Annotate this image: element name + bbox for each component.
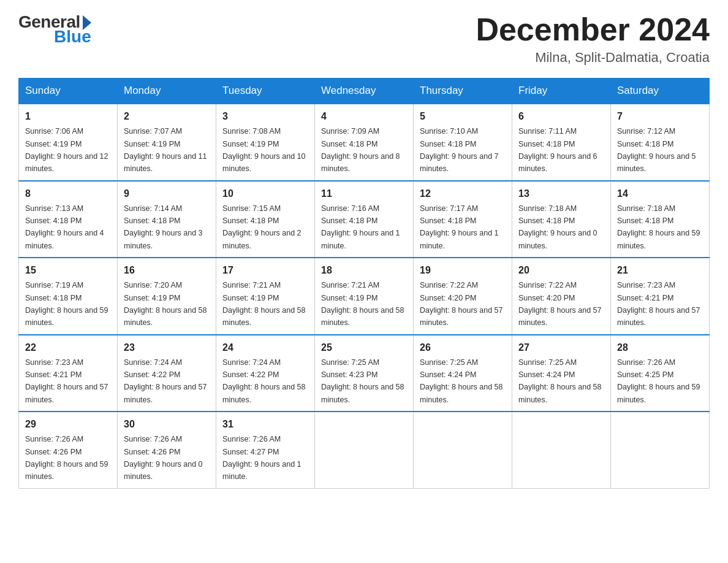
day-info: Sunrise: 7:19 AMSunset: 4:18 PMDaylight:… — [25, 281, 108, 327]
calendar-cell: 2 Sunrise: 7:07 AMSunset: 4:19 PMDayligh… — [118, 104, 216, 181]
day-number: 7 — [617, 109, 703, 124]
day-number: 26 — [420, 340, 506, 355]
month-title: December 2024 — [476, 12, 710, 47]
calendar-table: SundayMondayTuesdayWednesdayThursdayFrid… — [18, 78, 710, 489]
calendar-cell: 12 Sunrise: 7:17 AMSunset: 4:18 PMDaylig… — [414, 181, 512, 258]
calendar-cell: 27 Sunrise: 7:25 AMSunset: 4:24 PMDaylig… — [512, 335, 611, 412]
calendar-cell: 20 Sunrise: 7:22 AMSunset: 4:20 PMDaylig… — [512, 258, 611, 335]
day-number: 22 — [25, 340, 111, 355]
calendar-cell: 22 Sunrise: 7:23 AMSunset: 4:21 PMDaylig… — [19, 335, 118, 412]
calendar-cell: 16 Sunrise: 7:20 AMSunset: 4:19 PMDaylig… — [118, 258, 216, 335]
day-info: Sunrise: 7:23 AMSunset: 4:21 PMDaylight:… — [25, 358, 108, 404]
day-info: Sunrise: 7:14 AMSunset: 4:18 PMDaylight:… — [124, 204, 203, 250]
calendar-week-row: 22 Sunrise: 7:23 AMSunset: 4:21 PMDaylig… — [19, 335, 710, 412]
day-number: 12 — [420, 186, 506, 201]
day-info: Sunrise: 7:15 AMSunset: 4:18 PMDaylight:… — [222, 204, 301, 250]
day-info: Sunrise: 7:18 AMSunset: 4:18 PMDaylight:… — [518, 204, 597, 250]
day-info: Sunrise: 7:26 AMSunset: 4:27 PMDaylight:… — [222, 435, 301, 481]
day-number: 10 — [222, 186, 308, 201]
day-number: 21 — [617, 263, 703, 278]
day-info: Sunrise: 7:26 AMSunset: 4:26 PMDaylight:… — [124, 435, 203, 481]
day-number: 4 — [321, 109, 407, 124]
day-info: Sunrise: 7:20 AMSunset: 4:19 PMDaylight:… — [124, 281, 207, 327]
weekday-header-sunday: Sunday — [19, 79, 118, 104]
calendar-cell: 29 Sunrise: 7:26 AMSunset: 4:26 PMDaylig… — [19, 412, 118, 488]
day-info: Sunrise: 7:23 AMSunset: 4:21 PMDaylight:… — [617, 281, 700, 327]
calendar-cell: 7 Sunrise: 7:12 AMSunset: 4:18 PMDayligh… — [611, 104, 710, 181]
logo: General Blue — [18, 12, 91, 47]
day-info: Sunrise: 7:21 AMSunset: 4:19 PMDaylight:… — [222, 281, 306, 327]
day-number: 20 — [518, 263, 604, 278]
day-info: Sunrise: 7:12 AMSunset: 4:18 PMDaylight:… — [617, 127, 696, 173]
day-info: Sunrise: 7:10 AMSunset: 4:18 PMDaylight:… — [420, 127, 499, 173]
day-info: Sunrise: 7:17 AMSunset: 4:18 PMDaylight:… — [420, 204, 499, 250]
title-area: December 2024 Milna, Split-Dalmatia, Cro… — [476, 12, 710, 66]
day-number: 6 — [518, 109, 604, 124]
day-info: Sunrise: 7:08 AMSunset: 4:19 PMDaylight:… — [222, 127, 306, 173]
calendar-cell: 15 Sunrise: 7:19 AMSunset: 4:18 PMDaylig… — [19, 258, 118, 335]
day-number: 1 — [25, 109, 111, 124]
calendar-week-row: 29 Sunrise: 7:26 AMSunset: 4:26 PMDaylig… — [19, 412, 710, 488]
calendar-cell: 23 Sunrise: 7:24 AMSunset: 4:22 PMDaylig… — [118, 335, 216, 412]
calendar-cell: 19 Sunrise: 7:22 AMSunset: 4:20 PMDaylig… — [414, 258, 512, 335]
calendar-week-row: 15 Sunrise: 7:19 AMSunset: 4:18 PMDaylig… — [19, 258, 710, 335]
calendar-cell: 28 Sunrise: 7:26 AMSunset: 4:25 PMDaylig… — [611, 335, 710, 412]
calendar-cell — [512, 412, 611, 488]
calendar-cell: 30 Sunrise: 7:26 AMSunset: 4:26 PMDaylig… — [118, 412, 216, 488]
day-number: 18 — [321, 263, 407, 278]
day-info: Sunrise: 7:24 AMSunset: 4:22 PMDaylight:… — [124, 358, 207, 404]
day-info: Sunrise: 7:09 AMSunset: 4:18 PMDaylight:… — [321, 127, 400, 173]
weekday-header-saturday: Saturday — [611, 79, 710, 104]
day-number: 27 — [518, 340, 604, 355]
calendar-cell: 18 Sunrise: 7:21 AMSunset: 4:19 PMDaylig… — [315, 258, 414, 335]
day-number: 5 — [420, 109, 506, 124]
calendar-cell — [414, 412, 512, 488]
location-text: Milna, Split-Dalmatia, Croatia — [476, 50, 710, 66]
day-info: Sunrise: 7:11 AMSunset: 4:18 PMDaylight:… — [518, 127, 597, 173]
day-number: 9 — [124, 186, 210, 201]
day-number: 8 — [25, 186, 111, 201]
day-number: 15 — [25, 263, 111, 278]
calendar-cell: 4 Sunrise: 7:09 AMSunset: 4:18 PMDayligh… — [315, 104, 414, 181]
weekday-header-tuesday: Tuesday — [216, 79, 315, 104]
day-number: 14 — [617, 186, 703, 201]
day-number: 31 — [222, 417, 308, 432]
day-number: 17 — [222, 263, 308, 278]
calendar-cell: 26 Sunrise: 7:25 AMSunset: 4:24 PMDaylig… — [414, 335, 512, 412]
day-number: 3 — [222, 109, 308, 124]
calendar-cell: 3 Sunrise: 7:08 AMSunset: 4:19 PMDayligh… — [216, 104, 315, 181]
day-info: Sunrise: 7:06 AMSunset: 4:19 PMDaylight:… — [25, 127, 108, 173]
day-number: 16 — [124, 263, 210, 278]
weekday-header-thursday: Thursday — [414, 79, 512, 104]
calendar-cell: 31 Sunrise: 7:26 AMSunset: 4:27 PMDaylig… — [216, 412, 315, 488]
day-number: 30 — [124, 417, 210, 432]
day-info: Sunrise: 7:26 AMSunset: 4:26 PMDaylight:… — [25, 435, 108, 481]
day-number: 24 — [222, 340, 308, 355]
calendar-cell — [611, 412, 710, 488]
day-number: 28 — [617, 340, 703, 355]
day-number: 11 — [321, 186, 407, 201]
calendar-cell: 9 Sunrise: 7:14 AMSunset: 4:18 PMDayligh… — [118, 181, 216, 258]
day-number: 29 — [25, 417, 111, 432]
calendar-cell: 24 Sunrise: 7:24 AMSunset: 4:22 PMDaylig… — [216, 335, 315, 412]
calendar-cell: 5 Sunrise: 7:10 AMSunset: 4:18 PMDayligh… — [414, 104, 512, 181]
calendar-week-row: 8 Sunrise: 7:13 AMSunset: 4:18 PMDayligh… — [19, 181, 710, 258]
day-info: Sunrise: 7:13 AMSunset: 4:18 PMDaylight:… — [25, 204, 104, 250]
day-info: Sunrise: 7:25 AMSunset: 4:24 PMDaylight:… — [420, 358, 503, 404]
calendar-cell: 6 Sunrise: 7:11 AMSunset: 4:18 PMDayligh… — [512, 104, 611, 181]
calendar-cell: 21 Sunrise: 7:23 AMSunset: 4:21 PMDaylig… — [611, 258, 710, 335]
day-number: 23 — [124, 340, 210, 355]
calendar-cell: 14 Sunrise: 7:18 AMSunset: 4:18 PMDaylig… — [611, 181, 710, 258]
calendar-cell: 25 Sunrise: 7:25 AMSunset: 4:23 PMDaylig… — [315, 335, 414, 412]
day-number: 2 — [124, 109, 210, 124]
calendar-cell: 13 Sunrise: 7:18 AMSunset: 4:18 PMDaylig… — [512, 181, 611, 258]
day-info: Sunrise: 7:21 AMSunset: 4:19 PMDaylight:… — [321, 281, 404, 327]
day-info: Sunrise: 7:22 AMSunset: 4:20 PMDaylight:… — [420, 281, 503, 327]
day-info: Sunrise: 7:22 AMSunset: 4:20 PMDaylight:… — [518, 281, 602, 327]
weekday-header-monday: Monday — [118, 79, 216, 104]
day-info: Sunrise: 7:16 AMSunset: 4:18 PMDaylight:… — [321, 204, 400, 250]
day-number: 19 — [420, 263, 506, 278]
day-info: Sunrise: 7:26 AMSunset: 4:25 PMDaylight:… — [617, 358, 700, 404]
weekday-header-friday: Friday — [512, 79, 611, 104]
day-info: Sunrise: 7:25 AMSunset: 4:23 PMDaylight:… — [321, 358, 404, 404]
